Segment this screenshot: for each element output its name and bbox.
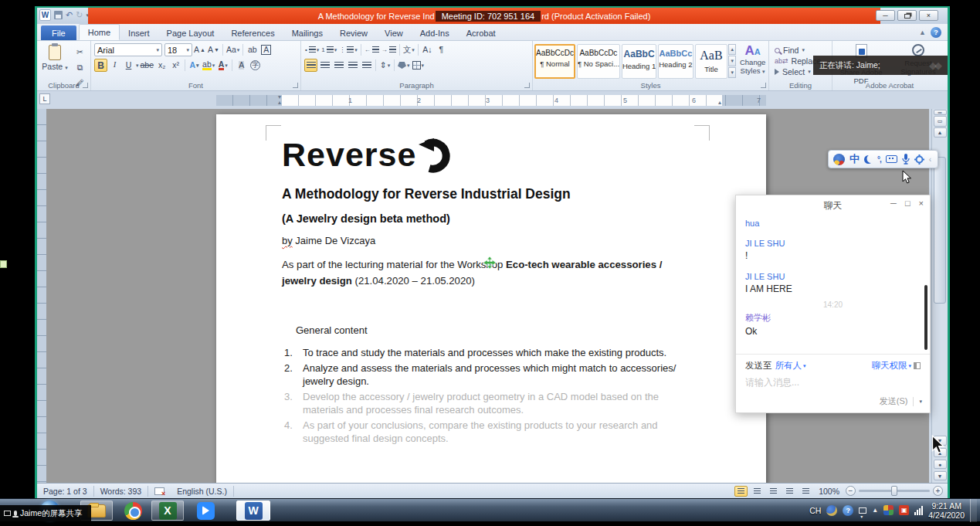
punctuation-icon[interactable]: °,: [877, 155, 881, 164]
tab-review[interactable]: Review: [331, 25, 376, 40]
style-heading-2[interactable]: AaBbCc Heading 2: [658, 44, 693, 79]
zoom-in-icon[interactable]: +: [933, 486, 943, 496]
font-color-icon[interactable]: A▾: [216, 59, 229, 72]
right-indent-marker[interactable]: ▴: [718, 100, 721, 106]
send-to-dropdown-icon[interactable]: ▾: [803, 363, 806, 369]
styles-gallery-expand-icon[interactable]: ▼: [728, 67, 736, 78]
tray-alert-icon[interactable]: ▣: [899, 505, 909, 515]
word-count[interactable]: Words: 393: [94, 484, 148, 498]
multilevel-list-icon[interactable]: ⋮▾: [338, 43, 358, 56]
outline-view-icon[interactable]: [783, 486, 796, 497]
tab-insert[interactable]: Insert: [120, 25, 158, 40]
subscript-button[interactable]: x₂: [155, 59, 168, 72]
scrollbar-thumb[interactable]: [934, 157, 946, 304]
tab-home[interactable]: Home: [79, 24, 120, 40]
numbering-icon[interactable]: 1▾: [320, 43, 337, 56]
tab-references[interactable]: References: [222, 25, 283, 40]
justify-icon[interactable]: [346, 59, 359, 72]
select-browse-object-icon[interactable]: ●: [934, 460, 947, 469]
superscript-button[interactable]: x²: [169, 59, 182, 72]
highlight-icon[interactable]: ab▾: [202, 59, 215, 72]
mic-icon[interactable]: [902, 154, 910, 165]
web-layout-view-icon[interactable]: [767, 486, 780, 497]
help-icon[interactable]: ?: [931, 27, 941, 38]
page-indicator[interactable]: Page: 1 of 3: [37, 484, 93, 498]
font-family-combo[interactable]: Arial▾: [94, 43, 162, 56]
style-heading-1[interactable]: AaBbC Heading 1: [622, 44, 656, 79]
chat-permission-button[interactable]: 聊天权限: [871, 360, 907, 372]
align-left-icon[interactable]: [304, 59, 317, 72]
document-page[interactable]: Reverse A Methodology for Reverse Indust…: [216, 114, 766, 483]
taskbar-word-button[interactable]: W: [236, 501, 270, 521]
taskbar-excel-button[interactable]: X: [151, 501, 184, 521]
network-signal-icon[interactable]: [914, 506, 923, 515]
chat-minimize-icon[interactable]: ─: [890, 199, 897, 208]
pilcrow-icon[interactable]: ¶: [435, 43, 448, 56]
show-desktop-button[interactable]: [970, 499, 977, 522]
zoom-level[interactable]: 100%: [819, 487, 839, 496]
grow-font-icon[interactable]: A▲: [193, 43, 206, 56]
distribute-icon[interactable]: [360, 59, 373, 72]
tray-pinwheel-icon[interactable]: [883, 505, 894, 515]
draft-view-icon[interactable]: [799, 486, 812, 497]
tab-add-ins[interactable]: Add-Ins: [412, 25, 458, 40]
shrink-font-icon[interactable]: A▼: [207, 43, 220, 56]
word-app-icon[interactable]: W: [39, 9, 51, 21]
tab-page-layout[interactable]: Page Layout: [158, 25, 223, 40]
print-layout-view-icon[interactable]: [734, 486, 748, 497]
chat-maximize-icon[interactable]: □: [905, 199, 910, 208]
scroll-up-icon[interactable]: ▲: [934, 127, 947, 137]
zoom-out-icon[interactable]: −: [846, 486, 856, 496]
tray-popup-icon[interactable]: [859, 507, 866, 514]
style-title[interactable]: AaB Title: [695, 44, 728, 79]
bullets-icon[interactable]: •▾: [304, 43, 320, 56]
keyboard-icon[interactable]: [886, 155, 897, 163]
chat-permission-dropdown-icon[interactable]: ▾: [908, 363, 911, 369]
tray-help-icon[interactable]: ?: [843, 505, 853, 516]
proofing-book-icon[interactable]: [154, 487, 164, 495]
tray-show-hidden-icon[interactable]: ▲: [872, 507, 878, 514]
font-size-combo[interactable]: 18▾: [164, 43, 192, 56]
clipboard-dialog-launcher[interactable]: [83, 83, 88, 88]
paragraph-dialog-launcher[interactable]: [524, 83, 530, 88]
line-spacing-icon[interactable]: ⇕▾: [378, 59, 392, 72]
tab-file[interactable]: File: [41, 25, 76, 40]
style-normal[interactable]: AaBbCcDc ¶ Normal: [534, 44, 575, 79]
undo-icon[interactable]: ↶: [66, 11, 73, 19]
align-right-icon[interactable]: [332, 59, 345, 72]
ime-collapse-icon[interactable]: ‹: [929, 155, 931, 164]
styles-scroll-up-icon[interactable]: ▲: [728, 44, 736, 55]
view-ruler-toggle-icon[interactable]: ▭: [934, 116, 947, 127]
scissors-icon[interactable]: ✂: [73, 46, 86, 59]
asian-layout-icon[interactable]: 文▾: [402, 43, 415, 56]
next-page-icon[interactable]: ▼: [934, 471, 947, 480]
redo-icon[interactable]: ↻: [76, 11, 83, 19]
chinese-mode-icon[interactable]: 中: [849, 152, 860, 166]
sogou-logo-icon[interactable]: [833, 154, 845, 165]
horizontal-ruler[interactable]: 1 2 3 4 5 6 7 ▾ ▴ ▴: [216, 95, 766, 106]
zoom-slider-handle[interactable]: [891, 486, 897, 496]
split-handle[interactable]: ═: [934, 110, 947, 115]
zoom-slider[interactable]: [859, 490, 930, 492]
char-border-icon[interactable]: A: [259, 43, 273, 56]
fullscreen-view-icon[interactable]: [751, 486, 764, 497]
send-to-selector[interactable]: 所有人: [775, 360, 802, 372]
sort-icon[interactable]: A↓: [421, 43, 434, 56]
close-icon[interactable]: ×: [919, 10, 938, 21]
send-options-icon[interactable]: ▾: [919, 399, 922, 405]
enclose-char-icon[interactable]: 字: [249, 59, 262, 72]
decrease-indent-icon[interactable]: ←: [364, 43, 380, 56]
moon-icon[interactable]: [864, 155, 873, 164]
change-styles-button[interactable]: AA Change Styles ▾: [737, 45, 768, 75]
borders-icon[interactable]: ▾: [412, 59, 426, 72]
tab-selector[interactable]: L: [39, 93, 50, 104]
char-shading-icon[interactable]: A: [235, 59, 248, 72]
gear-icon[interactable]: [914, 154, 924, 165]
italic-button[interactable]: I: [108, 59, 121, 72]
taskbar-meeting-button[interactable]: [190, 501, 221, 521]
styles-dialog-launcher[interactable]: [761, 83, 766, 88]
text-effects-icon[interactable]: A▾: [188, 59, 201, 72]
send-button[interactable]: 发送(S): [880, 395, 908, 407]
shading-icon[interactable]: ▾: [397, 59, 411, 72]
align-center-icon[interactable]: [318, 59, 331, 72]
